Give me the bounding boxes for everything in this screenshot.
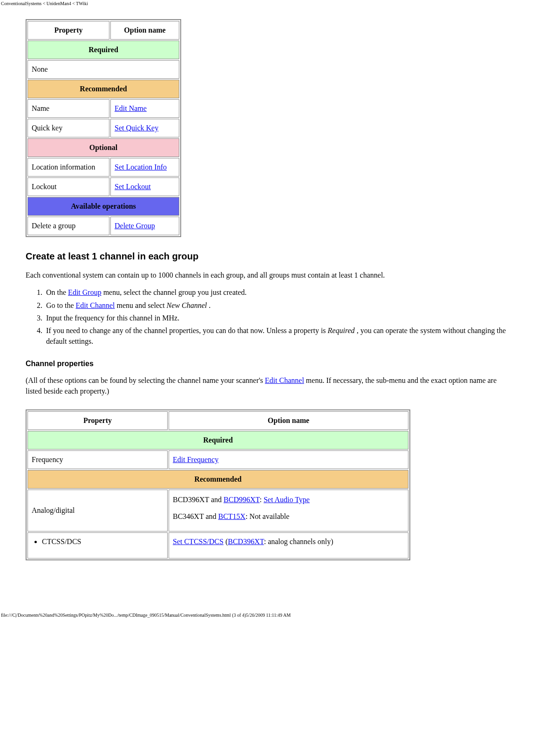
- page-footer-path: file:///C|/Documents%20and%20Settings/PO…: [0, 612, 537, 620]
- delete-group-link[interactable]: Delete Group: [115, 222, 155, 230]
- t2-recommended-header: Recommended: [27, 470, 408, 489]
- edit-group-link[interactable]: Edit Group: [68, 288, 102, 296]
- steps-list: On the Edit Group menu, select the chann…: [44, 287, 511, 347]
- edit-channel-link-step[interactable]: Edit Channel: [76, 301, 115, 309]
- t1-available-ops-header: Available operations: [27, 197, 179, 216]
- step-4: If you need to change any of the channel…: [44, 325, 511, 347]
- t2-ctcss-mid: (: [224, 538, 228, 545]
- step-4-em: Required: [328, 327, 355, 334]
- t1-header-property: Property: [27, 21, 109, 40]
- set-ctcss-dcs-link[interactable]: Set CTCSS/DCS: [173, 538, 224, 545]
- t1-op-delete-prop: Delete a group: [27, 217, 109, 235]
- section-heading: Create at least 1 channel in each group: [26, 251, 511, 262]
- t2-ctcss-tail: : analog channels only): [264, 538, 333, 545]
- t1-rec-name-prop: Name: [27, 99, 109, 118]
- t2-ctcss-bullet: CTCSS/DCS: [42, 538, 163, 546]
- t2-header-option: Option name: [169, 411, 408, 430]
- page-header-path: ConventionalSystems < UnidenMan4 < TWiki: [0, 0, 537, 6]
- step-3: Input the frequency for this channel in …: [44, 313, 511, 323]
- bct15x-link[interactable]: BCT15X: [218, 512, 245, 520]
- t2-analog-l1a: BCD396XT and: [173, 496, 224, 504]
- t1-opt-lockout-prop: Lockout: [27, 177, 109, 196]
- t2-analog-l1b: :: [259, 496, 263, 504]
- set-lockout-link[interactable]: Set Lockout: [115, 183, 151, 191]
- t2-ctcss-prop: CTCSS/DCS: [27, 532, 168, 558]
- intro-paragraph: Each conventional system can contain up …: [26, 270, 511, 280]
- t1-rec-quickkey-prop: Quick key: [27, 119, 109, 137]
- step-1: On the Edit Group menu, select the chann…: [44, 287, 511, 298]
- step-2-text-a: Go to the: [46, 301, 76, 309]
- set-audio-type-link[interactable]: Set Audio Type: [264, 496, 310, 504]
- edit-name-link[interactable]: Edit Name: [115, 104, 147, 112]
- subsection-heading: Channel properties: [26, 360, 511, 368]
- t2-analog-l2b: : Not available: [245, 512, 289, 520]
- subsection-paragraph: (All of these options can be found by se…: [26, 375, 511, 396]
- subsection-text-a: (All of these options can be found by se…: [26, 376, 265, 384]
- group-properties-table: Property Option name Required None Recom…: [26, 19, 181, 237]
- t2-freq-prop: Frequency: [27, 450, 168, 469]
- step-2-em: New Channel: [167, 301, 207, 309]
- bcd396xt-link[interactable]: BCD396XT: [228, 538, 264, 545]
- edit-channel-link-sub[interactable]: Edit Channel: [265, 376, 304, 384]
- step-2-text-c: .: [207, 301, 211, 309]
- t1-required-none: None: [27, 60, 179, 79]
- set-location-info-link[interactable]: Set Location Info: [115, 163, 167, 171]
- t2-analog-prop: Analog/digital: [27, 490, 168, 531]
- t2-header-property: Property: [27, 411, 168, 430]
- t1-header-option: Option name: [110, 21, 179, 40]
- t1-recommended-header: Recommended: [27, 80, 179, 98]
- t1-opt-location-prop: Location information: [27, 158, 109, 177]
- t2-analog-l2a: BC346XT and: [173, 512, 218, 520]
- step-4-text-a: If you need to change any of the channel…: [46, 327, 328, 334]
- t1-optional-header: Optional: [27, 138, 179, 157]
- step-1-text-b: menu, select the channel group you just …: [102, 288, 247, 296]
- bcd996xt-link[interactable]: BCD996XT: [224, 496, 259, 504]
- step-1-text-a: On the: [46, 288, 68, 296]
- edit-frequency-link[interactable]: Edit Frequency: [173, 456, 218, 463]
- step-2-text-b: menu and select: [115, 301, 167, 309]
- t2-required-header: Required: [27, 431, 408, 450]
- set-quick-key-link[interactable]: Set Quick Key: [115, 124, 158, 132]
- channel-properties-table: Property Option name Required Frequency …: [26, 409, 410, 560]
- t1-required-header: Required: [27, 41, 179, 59]
- t2-ctcss-option: Set CTCSS/DCS (BCD396XT: analog channels…: [169, 532, 408, 558]
- step-2: Go to the Edit Channel menu and select N…: [44, 300, 511, 311]
- t2-analog-option: BCD396XT and BCD996XT: Set Audio Type BC…: [169, 490, 408, 531]
